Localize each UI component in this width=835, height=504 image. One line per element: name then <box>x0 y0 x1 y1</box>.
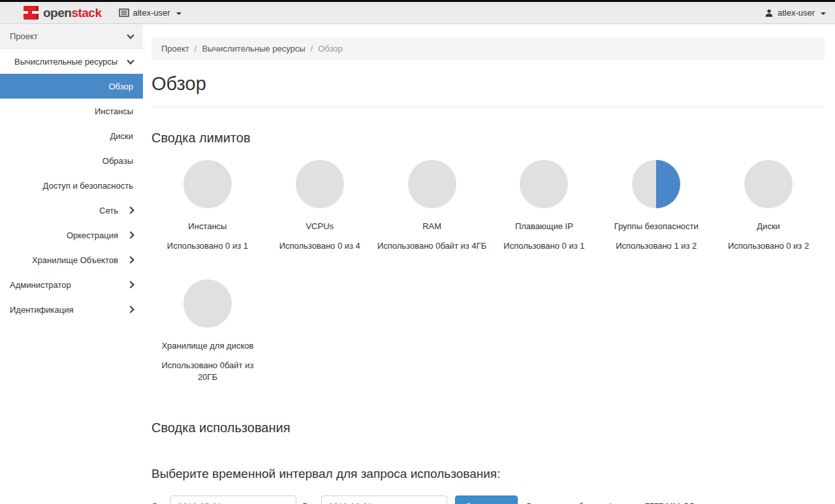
user-menu-label: atlex-user <box>778 8 815 18</box>
project-selector-dropdown[interactable]: altex-user <box>119 8 181 18</box>
sidebar-item[interactable]: Проект <box>0 24 143 49</box>
sidebar-item-label: Хранилище Объектов <box>32 255 118 265</box>
limit-chart: VCPUs Использовано 0 из 4 <box>264 155 376 257</box>
limit-pie-chart <box>183 160 232 208</box>
limit-chart-name: VCPUs <box>265 221 375 231</box>
interval-heading: Выберите временной интервал для запроса … <box>151 467 825 481</box>
date-format-hint: Дата должна быть в формате ГГГГ-ММ-ДД. <box>526 501 697 504</box>
limit-chart-usage: Использовано 0 из 4 <box>265 240 375 252</box>
chevron-icon <box>127 31 134 39</box>
openstack-cube-icon <box>24 6 39 20</box>
breadcrumb-item: Вычислительные ресурсы / <box>202 44 318 54</box>
limit-chart-usage: Использовано 0 из 1 <box>489 240 599 252</box>
sidebar-item[interactable]: Образы <box>0 148 143 173</box>
breadcrumb-link[interactable]: Вычислительные ресурсы <box>202 44 305 54</box>
limit-pie-chart <box>408 160 456 208</box>
sidebar-item-label: Администратор <box>10 280 71 290</box>
chevron-icon <box>127 281 134 288</box>
usage-interval-form: От: До: Отправить Дата должна быть в фор… <box>151 496 825 504</box>
main-content: Проект / Вычислительные ресурсы / Обзор … <box>143 24 835 502</box>
date-from-input[interactable] <box>170 496 296 504</box>
sidebar-item[interactable]: Сеть <box>0 198 143 223</box>
sidebar-item[interactable]: Инстансы <box>0 99 143 123</box>
chevron-icon <box>127 206 134 213</box>
breadcrumb-separator: / <box>189 44 202 54</box>
breadcrumb-link[interactable]: Проект <box>161 44 189 54</box>
sidebar-item[interactable]: Оркестрация <box>0 223 143 247</box>
sidebar-item[interactable]: Доступ и безопасность <box>0 173 143 198</box>
chevron-icon <box>127 57 134 64</box>
sidebar-item-label: Вычислительные ресурсы <box>14 57 118 67</box>
top-navbar: openstack altex-user atlex-user <box>0 0 835 24</box>
limit-chart-name: Плавающие IP <box>489 221 599 231</box>
user-icon <box>764 8 774 18</box>
sidebar-item-label: Обзор <box>108 82 133 91</box>
sidebar-item[interactable]: Идентификация <box>0 297 143 322</box>
chevron-icon <box>127 256 134 263</box>
sidebar-item-label: Диски <box>110 131 133 141</box>
breadcrumb-separator: / <box>306 44 319 54</box>
limit-chart: Хранилище для дисков Использовано 0байт … <box>151 274 264 388</box>
user-menu-dropdown[interactable]: atlex-user <box>764 8 826 18</box>
breadcrumb-link[interactable]: Обзор <box>318 44 343 54</box>
sidebar-item-label: Образы <box>102 156 133 166</box>
sidebar-item[interactable]: Администратор <box>0 272 143 297</box>
sidebar-navigation: Проект Вычислительные ресурсы Обзор Инст… <box>0 24 143 502</box>
project-list-icon <box>119 8 129 18</box>
limit-chart-name: Хранилище для дисков <box>153 341 262 351</box>
openstack-wordmark: openstack <box>43 6 102 20</box>
sidebar-item-label: Сеть <box>99 206 118 215</box>
limit-chart: Инстансы Использовано 0 из 1 <box>151 155 264 257</box>
breadcrumb-item: Проект / <box>161 44 202 54</box>
usage-summary-heading: Сводка использования <box>151 420 825 435</box>
chevron-down-icon <box>821 12 826 15</box>
limit-chart-usage: Использовано 1 из 2 <box>601 240 711 252</box>
limit-chart-name: Инстансы <box>153 221 262 231</box>
sidebar-item-label: Идентификация <box>10 305 73 315</box>
sidebar-item[interactable]: Хранилище Объектов <box>0 247 143 272</box>
date-to-input[interactable] <box>321 496 447 504</box>
limit-chart-usage: Использовано 0 из 1 <box>153 240 262 252</box>
limit-chart-name: Группы безопасности <box>601 221 711 231</box>
limit-pie-chart <box>520 160 568 208</box>
limit-chart-name: Диски <box>714 221 823 231</box>
sidebar-item[interactable]: Диски <box>0 123 143 148</box>
breadcrumb-item: Обзор / <box>318 44 343 54</box>
limit-chart: Диски Использовано 0 из 2 <box>712 155 825 257</box>
sidebar-item-label: Проект <box>10 31 38 41</box>
date-from-label: От: <box>151 501 165 504</box>
openstack-logo[interactable]: openstack <box>24 6 102 20</box>
sidebar-item-label: Доступ и безопасность <box>43 181 134 191</box>
chevron-down-icon <box>176 12 181 15</box>
limit-pie-chart <box>183 279 232 328</box>
limit-summary-heading: Сводка лимитов <box>151 131 825 146</box>
limit-chart-usage: Использовано 0байт из 4ГБ <box>377 240 487 252</box>
sidebar-item-label: Оркестрация <box>67 230 118 240</box>
limit-chart-name: RAM <box>377 221 487 231</box>
limit-chart-usage: Использовано 0 из 2 <box>714 240 823 252</box>
sidebar-item[interactable]: Вычислительные ресурсы <box>0 49 143 74</box>
limit-pie-chart <box>632 160 680 208</box>
limit-chart: Группы безопасности Использовано 1 из 2 <box>600 155 712 257</box>
limit-summary-charts: Инстансы Использовано 0 из 1 VCPUs Испол… <box>151 155 825 389</box>
chevron-icon <box>127 231 134 238</box>
limit-chart: RAM Использовано 0байт из 4ГБ <box>376 155 488 257</box>
submit-button[interactable]: Отправить <box>455 496 518 504</box>
sidebar-item[interactable]: Обзор <box>0 74 143 99</box>
project-selector-label: altex-user <box>133 8 170 18</box>
page-title: Обзор <box>151 73 825 107</box>
limit-chart: Плавающие IP Использовано 0 из 1 <box>488 155 600 257</box>
chevron-icon <box>127 306 134 313</box>
limit-chart-usage: Использовано 0байт из 20ГБ <box>153 360 262 383</box>
breadcrumb: Проект / Вычислительные ресурсы / Обзор … <box>151 37 825 60</box>
sidebar-item-label: Инстансы <box>95 106 133 116</box>
date-to-label: До: <box>302 501 316 504</box>
limit-pie-chart <box>296 160 344 208</box>
limit-pie-chart <box>744 160 793 208</box>
